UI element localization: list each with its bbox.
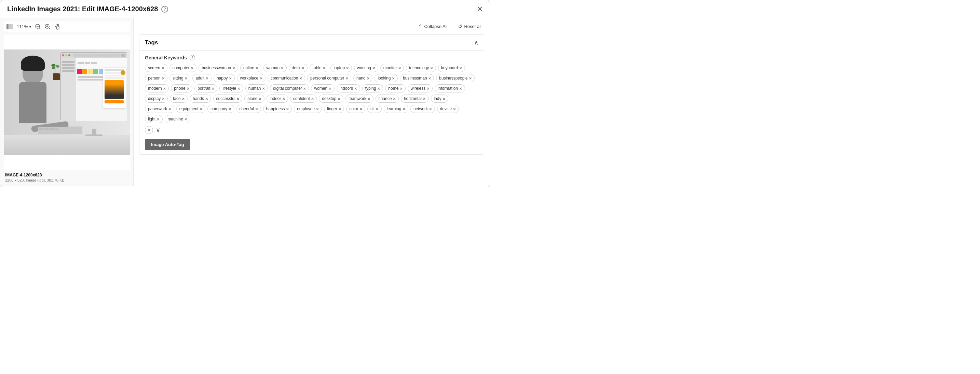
tag-label: indoors	[340, 86, 353, 91]
tag-remove-button[interactable]: ×	[237, 86, 240, 91]
tag-remove-button[interactable]: ×	[185, 117, 187, 122]
tag-remove-button[interactable]: ×	[398, 66, 401, 70]
tag-remove-button[interactable]: ×	[453, 107, 456, 111]
tag-remove-button[interactable]: ×	[459, 66, 462, 70]
tag-remove-button[interactable]: ×	[469, 76, 472, 81]
tag-remove-button[interactable]: ×	[200, 107, 203, 111]
tag-remove-button[interactable]: ×	[427, 86, 430, 91]
zoom-control[interactable]: 111% ▾	[17, 24, 31, 29]
tag-remove-button[interactable]: ×	[367, 76, 370, 81]
tag-remove-button[interactable]: ×	[443, 97, 445, 101]
tag-remove-button[interactable]: ×	[302, 66, 304, 70]
tag-remove-button[interactable]: ×	[376, 107, 379, 111]
tag-remove-button[interactable]: ×	[459, 86, 462, 91]
zoom-out-icon[interactable]	[35, 24, 41, 29]
pan-icon[interactable]	[54, 24, 60, 30]
close-button[interactable]: ✕	[477, 5, 483, 13]
tag-remove-button[interactable]: ×	[339, 107, 341, 111]
tag-label: company	[210, 106, 227, 111]
tag-remove-button[interactable]: ×	[304, 86, 306, 91]
tag-item: table×	[310, 64, 329, 72]
tag-label: equipment	[180, 106, 199, 111]
tag-remove-button[interactable]: ×	[162, 66, 164, 70]
tag-item: digital computer×	[270, 84, 309, 92]
tag-remove-button[interactable]: ×	[212, 86, 215, 91]
general-keywords-help-icon[interactable]: ?	[189, 55, 195, 60]
tag-remove-button[interactable]: ×	[345, 76, 348, 81]
tag-remove-button[interactable]: ×	[162, 97, 165, 101]
tag-remove-button[interactable]: ×	[400, 86, 402, 91]
tag-remove-button[interactable]: ×	[259, 97, 262, 101]
right-panel-header: ⌃ Collapse All ↺ Reset all	[139, 22, 484, 30]
tag-remove-button[interactable]: ×	[255, 107, 258, 111]
tag-remove-button[interactable]: ×	[311, 97, 314, 101]
tag-remove-button[interactable]: ×	[229, 107, 231, 111]
tag-item: home×	[385, 84, 406, 92]
dot-green	[68, 54, 70, 56]
tag-remove-button[interactable]: ×	[392, 76, 395, 81]
clear-tags-button[interactable]: ✕	[145, 126, 153, 134]
collapse-all-button[interactable]: ⌃ Collapse All	[415, 22, 450, 30]
tag-remove-button[interactable]: ×	[163, 86, 166, 91]
tag-remove-button[interactable]: ×	[205, 97, 208, 101]
sidebar-toggle-icon[interactable]	[6, 24, 13, 29]
tag-remove-button[interactable]: ×	[300, 76, 302, 81]
main-content: 111% ▾	[0, 18, 490, 185]
tags-collapse-icon[interactable]: ∧	[474, 39, 478, 46]
tag-item: hands×	[189, 95, 211, 103]
tag-remove-button[interactable]: ×	[360, 107, 362, 111]
tag-remove-button[interactable]: ×	[377, 86, 380, 91]
tag-remove-button[interactable]: ×	[229, 76, 232, 81]
tag-remove-button[interactable]: ×	[281, 66, 283, 70]
tag-remove-button[interactable]: ×	[393, 97, 396, 101]
tag-remove-button[interactable]: ×	[185, 76, 188, 81]
nav-item	[62, 64, 75, 66]
tag-remove-button[interactable]: ×	[372, 66, 375, 70]
tag-item: network×	[410, 105, 435, 113]
tag-remove-button[interactable]: ×	[329, 86, 331, 91]
tag-remove-button[interactable]: ×	[429, 107, 432, 111]
auto-tag-button[interactable]: Image Auto-Tag	[145, 139, 190, 150]
tag-remove-button[interactable]: ×	[191, 66, 194, 70]
tag-remove-button[interactable]: ×	[430, 66, 433, 70]
reset-all-button[interactable]: ↺ Reset all	[455, 22, 484, 30]
tag-remove-button[interactable]: ×	[286, 107, 289, 111]
tag-remove-button[interactable]: ×	[323, 66, 326, 70]
tag-remove-button[interactable]: ×	[262, 86, 265, 91]
tag-remove-button[interactable]: ×	[337, 97, 340, 101]
tag-remove-button[interactable]: ×	[256, 66, 258, 70]
tag-remove-button[interactable]: ×	[260, 76, 262, 81]
tag-label: finger	[327, 106, 337, 111]
tag-remove-button[interactable]: ×	[206, 76, 208, 81]
tag-label: machine	[168, 117, 183, 122]
tag-label: face	[173, 96, 181, 101]
tag-remove-button[interactable]: ×	[423, 97, 426, 101]
tag-remove-button[interactable]: ×	[282, 97, 285, 101]
tag-remove-button[interactable]: ×	[169, 107, 171, 111]
tag-label: cheerful	[240, 106, 254, 111]
tag-remove-button[interactable]: ×	[402, 107, 405, 111]
tag-remove-button[interactable]: ×	[157, 117, 159, 122]
tag-remove-button[interactable]: ×	[354, 86, 357, 91]
tag-item: communication×	[267, 74, 305, 82]
tag-remove-button[interactable]: ×	[346, 66, 349, 70]
tag-remove-button[interactable]: ×	[428, 76, 431, 81]
avatar-circle	[121, 70, 126, 75]
tag-item: sit×	[368, 105, 382, 113]
tag-remove-button[interactable]: ×	[187, 86, 189, 91]
expand-tags-icon[interactable]: ∨	[156, 126, 160, 134]
image-filename: IMAGE-4-1200x628	[5, 173, 129, 177]
tag-item: human×	[245, 84, 268, 92]
help-icon[interactable]: ?	[161, 6, 168, 13]
image-metadata: IMAGE-4-1200x628 1200 x 628, Image (jpg)…	[4, 170, 130, 182]
zoom-in-icon[interactable]	[45, 24, 50, 29]
tag-remove-button[interactable]: ×	[232, 66, 235, 70]
tag-remove-button[interactable]: ×	[368, 97, 371, 101]
tag-label: home	[388, 86, 398, 91]
tag-remove-button[interactable]: ×	[162, 76, 165, 81]
general-keywords-title: General Keywords	[145, 55, 187, 60]
tag-remove-button[interactable]: ×	[182, 97, 185, 101]
tag-remove-button[interactable]: ×	[237, 97, 240, 101]
monitor-titlebar	[61, 52, 127, 58]
tag-remove-button[interactable]: ×	[316, 107, 319, 111]
